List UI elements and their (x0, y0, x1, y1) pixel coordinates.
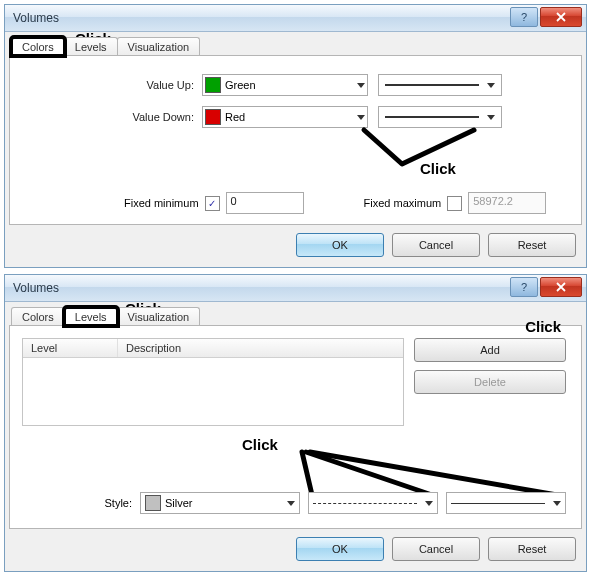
value-down-label: Value Down: (24, 111, 202, 123)
reset-button[interactable]: Reset (488, 537, 576, 561)
value-up-label: Value Up: (24, 79, 202, 91)
tab-panel-colors: Value Up: Green Value Down: Red (9, 55, 582, 225)
annotation-arrow (344, 124, 494, 170)
chevron-down-icon (553, 501, 561, 506)
style-label: Style: (22, 497, 140, 509)
window-title: Volumes (13, 281, 59, 295)
solid-line-preview (385, 84, 479, 86)
add-button[interactable]: Add (414, 338, 566, 362)
chevron-down-icon (425, 501, 433, 506)
dialog-body: Click Colors Levels Visualization Value … (5, 32, 586, 267)
fixed-max-checkbox[interactable] (447, 196, 462, 211)
col-level[interactable]: Level (23, 339, 118, 357)
value-down-line-style[interactable] (378, 106, 502, 128)
tab-visualization[interactable]: Visualization (117, 37, 201, 56)
cancel-button[interactable]: Cancel (392, 233, 480, 257)
help-button[interactable]: ? (510, 277, 538, 297)
tab-levels[interactable]: Levels (64, 307, 118, 326)
window-buttons: ? (510, 7, 582, 27)
dialog-buttons: OK Cancel Reset (9, 225, 582, 263)
tab-colors[interactable]: Colors (11, 37, 65, 56)
dialog-body: Click Colors Levels Visualization Click … (5, 302, 586, 571)
value-down-swatch (205, 109, 221, 125)
tabstrip: Colors Levels Visualization (11, 307, 582, 326)
side-buttons: Add Delete (414, 338, 564, 426)
dialog-buttons: OK Cancel Reset (9, 529, 582, 567)
style-dash-select[interactable] (308, 492, 438, 514)
annotation-arrow (282, 440, 572, 500)
window-buttons: ? (510, 277, 582, 297)
help-button[interactable]: ? (510, 7, 538, 27)
chevron-down-icon (487, 115, 495, 120)
tab-colors[interactable]: Colors (11, 307, 65, 326)
chevron-down-icon (357, 115, 365, 120)
volumes-dialog-levels: Volumes ? Click Colors Levels Visualizat… (4, 274, 587, 572)
reset-button[interactable]: Reset (488, 233, 576, 257)
value-up-color-text: Green (225, 79, 256, 91)
fixed-min-label: Fixed minimum (124, 197, 199, 209)
window-title: Volumes (13, 11, 59, 25)
fixed-min-checkbox[interactable]: ✓ (205, 196, 220, 211)
ok-button[interactable]: OK (296, 233, 384, 257)
fixed-row: Fixed minimum ✓ 0 Fixed maximum 58972.2 (24, 192, 567, 214)
ok-button[interactable]: OK (296, 537, 384, 561)
style-width-select[interactable] (446, 492, 566, 514)
titlebar: Volumes ? (5, 5, 586, 32)
value-up-row: Value Up: Green (24, 74, 567, 96)
close-button[interactable] (540, 277, 582, 297)
fixed-min-input[interactable]: 0 (226, 192, 304, 214)
levels-area: Level Description Add Delete (22, 338, 569, 426)
fixed-max-input[interactable]: 58972.2 (468, 192, 546, 214)
levels-list[interactable]: Level Description (22, 338, 404, 426)
dashed-line-preview (313, 503, 417, 504)
volumes-dialog-colors: Volumes ? Click Colors Levels Visualizat… (4, 4, 587, 268)
annotation-click-style: Click (420, 160, 456, 177)
value-up-color-select[interactable]: Green (202, 74, 368, 96)
solid-line-preview (385, 116, 479, 118)
value-up-line-style[interactable] (378, 74, 502, 96)
style-row: Style: Silver (22, 492, 569, 514)
value-down-row: Value Down: Red (24, 106, 567, 128)
chevron-down-icon (287, 501, 295, 506)
value-down-color-select[interactable]: Red (202, 106, 368, 128)
tab-visualization[interactable]: Visualization (117, 307, 201, 326)
value-down-color-text: Red (225, 111, 245, 123)
annotation-click-style: Click (242, 436, 278, 453)
delete-button[interactable]: Delete (414, 370, 566, 394)
cancel-button[interactable]: Cancel (392, 537, 480, 561)
style-color-text: Silver (165, 497, 193, 509)
chevron-down-icon (357, 83, 365, 88)
tab-levels[interactable]: Levels (64, 37, 118, 56)
list-header: Level Description (23, 339, 403, 358)
col-description[interactable]: Description (118, 339, 403, 357)
close-icon (556, 282, 566, 292)
close-icon (556, 12, 566, 22)
fixed-max-label: Fixed maximum (364, 197, 442, 209)
value-up-swatch (205, 77, 221, 93)
chevron-down-icon (487, 83, 495, 88)
close-button[interactable] (540, 7, 582, 27)
tab-panel-levels: Click Level Description Add Delete Click (9, 325, 582, 529)
tabstrip: Colors Levels Visualization (11, 37, 582, 56)
style-color-select[interactable]: Silver (140, 492, 300, 514)
thin-line-preview (451, 503, 545, 504)
titlebar: Volumes ? (5, 275, 586, 302)
style-swatch (145, 495, 161, 511)
